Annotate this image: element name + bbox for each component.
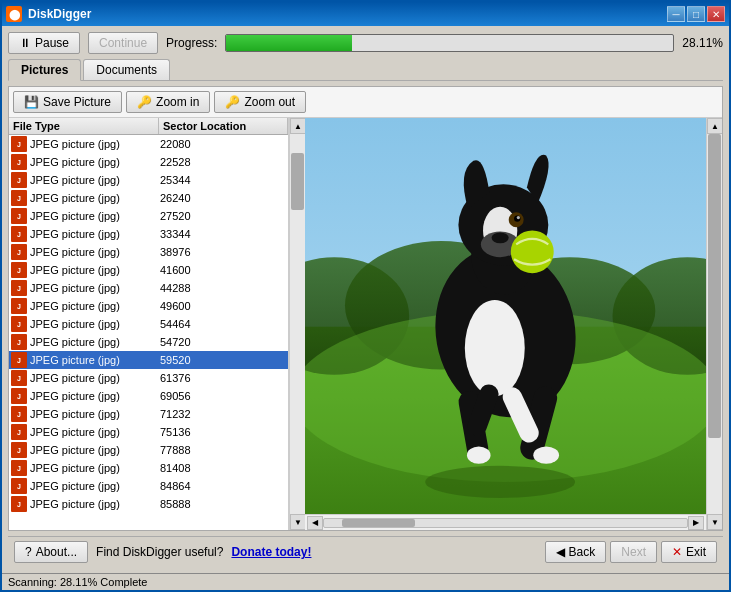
list-item[interactable]: J JPEG picture (jpg) 77888 xyxy=(9,441,288,459)
list-item[interactable]: J JPEG picture (jpg) 84864 xyxy=(9,477,288,495)
jpeg-icon: J xyxy=(11,370,27,386)
file-sector-cell: 25344 xyxy=(160,174,286,186)
jpeg-icon: J xyxy=(11,334,27,350)
file-sector-cell: 54720 xyxy=(160,336,286,348)
save-icon: 💾 xyxy=(24,95,39,109)
preview-scroll-thumb[interactable] xyxy=(708,134,721,438)
scroll-track[interactable] xyxy=(290,134,305,514)
list-item[interactable]: J JPEG picture (jpg) 69056 xyxy=(9,387,288,405)
bottom-right: ◀ Back Next ✕ Exit xyxy=(545,541,717,563)
jpeg-icon: J xyxy=(11,154,27,170)
file-sector-cell: 27520 xyxy=(160,210,286,222)
preview-scroll-track[interactable] xyxy=(707,134,722,514)
file-type-cell: JPEG picture (jpg) xyxy=(30,336,160,348)
app-icon: ⬤ xyxy=(6,6,22,22)
exit-button[interactable]: ✕ Exit xyxy=(661,541,717,563)
svg-point-22 xyxy=(517,216,520,219)
list-item[interactable]: J JPEG picture (jpg) 22528 xyxy=(9,153,288,171)
file-type-cell: JPEG picture (jpg) xyxy=(30,318,160,330)
list-item[interactable]: J JPEG picture (jpg) 22080 xyxy=(9,135,288,153)
file-list-panel: File Type Sector Location J JPEG picture… xyxy=(9,118,289,530)
file-type-cell: JPEG picture (jpg) xyxy=(30,426,160,438)
minimize-button[interactable]: ─ xyxy=(667,6,685,22)
exit-icon: ✕ xyxy=(672,545,682,559)
jpeg-icon: J xyxy=(11,478,27,494)
file-list-body[interactable]: J JPEG picture (jpg) 22080 J JPEG pictur… xyxy=(9,135,288,530)
file-sector-cell: 22080 xyxy=(160,138,286,150)
preview-scrollbar-v[interactable]: ▲ ▼ xyxy=(706,118,722,530)
preview-panel: ◀ ▶ xyxy=(305,118,706,530)
continue-button[interactable]: Continue xyxy=(88,32,158,54)
main-panel: 💾 Save Picture 🔑 Zoom in 🔑 Zoom out Fil xyxy=(8,86,723,531)
file-sector-cell: 84864 xyxy=(160,480,286,492)
back-button[interactable]: ◀ Back xyxy=(545,541,607,563)
progress-bar-container xyxy=(225,34,674,52)
list-item[interactable]: J JPEG picture (jpg) 26240 xyxy=(9,189,288,207)
list-item[interactable]: J JPEG picture (jpg) 49600 xyxy=(9,297,288,315)
h-scroll-thumb[interactable] xyxy=(342,519,415,527)
list-item[interactable]: J JPEG picture (jpg) 54464 xyxy=(9,315,288,333)
bottom-left: ? About... Find DiskDigger useful? Donat… xyxy=(14,541,311,563)
svg-point-19 xyxy=(492,233,509,244)
file-type-cell: JPEG picture (jpg) xyxy=(30,192,160,204)
list-item[interactable]: J JPEG picture (jpg) 59520 xyxy=(9,351,288,369)
list-item[interactable]: J JPEG picture (jpg) 61376 xyxy=(9,369,288,387)
list-item[interactable]: J JPEG picture (jpg) 81408 xyxy=(9,459,288,477)
donate-link[interactable]: Donate today! xyxy=(231,545,311,559)
zoom-out-button[interactable]: 🔑 Zoom out xyxy=(214,91,306,113)
pause-button[interactable]: ⏸ Pause xyxy=(8,32,80,54)
file-sector-cell: 71232 xyxy=(160,408,286,420)
back-icon: ◀ xyxy=(556,545,565,559)
preview-image-area xyxy=(305,118,706,514)
col-file-type: File Type xyxy=(9,118,159,134)
content-area: ⏸ Pause Continue Progress: 28.11% Pictur… xyxy=(2,26,729,573)
list-item[interactable]: J JPEG picture (jpg) 85888 xyxy=(9,495,288,513)
file-type-cell: JPEG picture (jpg) xyxy=(30,264,160,276)
jpeg-icon: J xyxy=(11,460,27,476)
file-type-cell: JPEG picture (jpg) xyxy=(30,462,160,474)
scroll-up-button[interactable]: ▲ xyxy=(290,118,306,134)
list-item[interactable]: J JPEG picture (jpg) 27520 xyxy=(9,207,288,225)
save-picture-button[interactable]: 💾 Save Picture xyxy=(13,91,122,113)
preview-scrollbar-h[interactable]: ◀ ▶ xyxy=(305,514,706,530)
h-scroll-right[interactable]: ▶ xyxy=(688,516,704,530)
preview-scroll-up[interactable]: ▲ xyxy=(707,118,722,134)
close-button[interactable]: ✕ xyxy=(707,6,725,22)
scroll-down-button[interactable]: ▼ xyxy=(290,514,306,530)
jpeg-icon: J xyxy=(11,208,27,224)
list-item[interactable]: J JPEG picture (jpg) 71232 xyxy=(9,405,288,423)
bottom-bar: ? About... Find DiskDigger useful? Donat… xyxy=(8,536,723,567)
list-item[interactable]: J JPEG picture (jpg) 75136 xyxy=(9,423,288,441)
scroll-thumb[interactable] xyxy=(291,153,304,210)
next-button[interactable]: Next xyxy=(610,541,657,563)
list-item[interactable]: J JPEG picture (jpg) 33344 xyxy=(9,225,288,243)
main-window: ⬤ DiskDigger ─ □ ✕ ⏸ Pause Continue Prog… xyxy=(0,0,731,592)
h-scroll-track[interactable] xyxy=(323,518,688,528)
zoom-in-button[interactable]: 🔑 Zoom in xyxy=(126,91,210,113)
preview-image xyxy=(305,118,706,514)
h-scroll-left[interactable]: ◀ xyxy=(307,516,323,530)
file-sector-cell: 75136 xyxy=(160,426,286,438)
list-item[interactable]: J JPEG picture (jpg) 54720 xyxy=(9,333,288,351)
file-type-cell: JPEG picture (jpg) xyxy=(30,156,160,168)
status-bar: Scanning: 28.11% Complete xyxy=(2,573,729,590)
window-title: DiskDigger xyxy=(28,7,91,21)
tab-pictures[interactable]: Pictures xyxy=(8,59,81,81)
jpeg-icon: J xyxy=(11,406,27,422)
list-item[interactable]: J JPEG picture (jpg) 38976 xyxy=(9,243,288,261)
maximize-button[interactable]: □ xyxy=(687,6,705,22)
zoom-out-icon: 🔑 xyxy=(225,95,240,109)
list-scrollbar[interactable]: ▲ ▼ xyxy=(289,118,305,530)
about-button[interactable]: ? About... xyxy=(14,541,88,563)
progress-label: Progress: xyxy=(166,36,217,50)
list-item[interactable]: J JPEG picture (jpg) 25344 xyxy=(9,171,288,189)
jpeg-icon: J xyxy=(11,424,27,440)
preview-scroll-down[interactable]: ▼ xyxy=(707,514,722,530)
jpeg-icon: J xyxy=(11,442,27,458)
tab-documents[interactable]: Documents xyxy=(83,59,170,80)
list-item[interactable]: J JPEG picture (jpg) 41600 xyxy=(9,261,288,279)
file-type-cell: JPEG picture (jpg) xyxy=(30,138,160,150)
file-type-cell: JPEG picture (jpg) xyxy=(30,174,160,186)
list-item[interactable]: J JPEG picture (jpg) 44288 xyxy=(9,279,288,297)
file-sector-cell: 54464 xyxy=(160,318,286,330)
